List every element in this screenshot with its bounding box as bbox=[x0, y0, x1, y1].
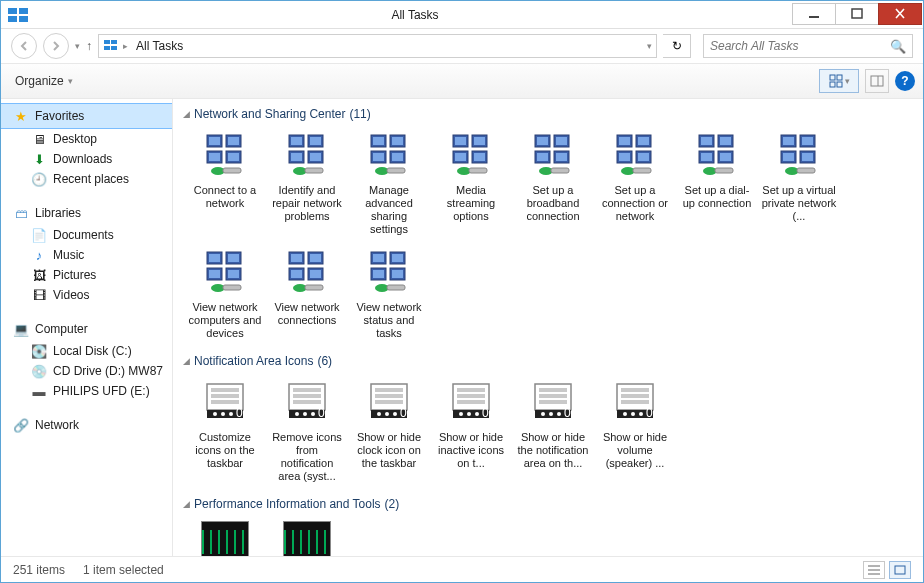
task-item[interactable]: 0:00Show or hide inactive icons on t... bbox=[431, 374, 511, 487]
svg-rect-61 bbox=[537, 153, 548, 161]
sidebar-item-music[interactable]: ♪Music bbox=[1, 245, 172, 265]
svg-rect-83 bbox=[720, 153, 731, 161]
task-label: Remove icons from notification area (sys… bbox=[269, 431, 345, 483]
sidebar-item-documents[interactable]: 📄Documents bbox=[1, 225, 172, 245]
items-view[interactable]: ◢Network and Sharing Center (11)Connect … bbox=[173, 99, 923, 556]
svg-rect-9 bbox=[111, 46, 117, 50]
task-item[interactable]: View network computers and devices bbox=[185, 244, 265, 344]
preview-pane-button[interactable] bbox=[865, 69, 889, 93]
forward-button[interactable] bbox=[43, 33, 69, 59]
task-label: View network connections bbox=[269, 301, 345, 327]
svg-rect-13 bbox=[837, 82, 842, 87]
svg-rect-109 bbox=[310, 254, 321, 262]
task-item[interactable]: Set up a dial-up connection bbox=[677, 127, 757, 240]
group: ◢Performance Information and Tools (2) bbox=[177, 497, 915, 556]
task-item[interactable] bbox=[267, 517, 347, 556]
computer-icon: 💻 bbox=[13, 321, 29, 337]
icons-view-button[interactable] bbox=[889, 561, 911, 579]
details-view-button[interactable] bbox=[863, 561, 885, 579]
refresh-button[interactable]: ↻ bbox=[663, 34, 691, 58]
downloads-icon: ⬇ bbox=[31, 151, 47, 167]
sidebar-item-recent[interactable]: 🕘Recent places bbox=[1, 169, 172, 189]
organize-button[interactable]: Organize ▾ bbox=[9, 71, 79, 91]
group-header[interactable]: ◢Network and Sharing Center (11) bbox=[183, 107, 915, 121]
task-item[interactable]: Connect to a network bbox=[185, 127, 265, 240]
sidebar-computer-header[interactable]: 💻Computer bbox=[1, 317, 172, 341]
task-label: Media streaming options bbox=[433, 184, 509, 223]
task-item[interactable]: 0:00Customize icons on the taskbar bbox=[185, 374, 265, 487]
svg-rect-51 bbox=[455, 153, 466, 161]
sidebar-item-videos[interactable]: 🎞Videos bbox=[1, 285, 172, 305]
breadcrumb[interactable]: ▸ All Tasks ▾ bbox=[98, 34, 657, 58]
minimize-button[interactable] bbox=[792, 3, 836, 25]
task-label: Show or hide clock icon on the taskbar bbox=[351, 431, 427, 470]
svg-rect-25 bbox=[223, 168, 241, 173]
help-button[interactable]: ? bbox=[895, 71, 915, 91]
group-header[interactable]: ◢Performance Information and Tools (2) bbox=[183, 497, 915, 511]
svg-point-176 bbox=[623, 412, 627, 416]
svg-rect-111 bbox=[291, 270, 302, 278]
sidebar-item-pictures[interactable]: 🖼Pictures bbox=[1, 265, 172, 285]
task-item[interactable]: Manage advanced sharing settings bbox=[349, 127, 429, 240]
svg-point-160 bbox=[475, 412, 479, 416]
task-item[interactable]: View network status and tasks bbox=[349, 244, 429, 344]
breadcrumb-drop[interactable]: ▾ bbox=[647, 41, 652, 51]
task-item[interactable]: Set up a virtual private network (... bbox=[759, 127, 839, 240]
svg-rect-154 bbox=[457, 388, 485, 392]
sidebar-item-cd-drive[interactable]: 💿CD Drive (D:) MW87 bbox=[1, 361, 172, 381]
task-item[interactable]: Media streaming options bbox=[431, 127, 511, 240]
svg-rect-59 bbox=[556, 137, 567, 145]
group-count: (6) bbox=[317, 354, 332, 368]
task-item[interactable]: 0:00Remove icons from notification area … bbox=[267, 374, 347, 487]
search-box[interactable]: 🔍 bbox=[703, 34, 913, 58]
task-label: Customize icons on the taskbar bbox=[187, 431, 263, 470]
sidebar-item-usb-drive[interactable]: ▬PHILIPS UFD (E:) bbox=[1, 381, 172, 401]
svg-text:0:00: 0:00 bbox=[646, 406, 659, 420]
task-item[interactable]: Set up a broadband connection bbox=[513, 127, 593, 240]
task-label: Connect to a network bbox=[187, 184, 263, 210]
sidebar-item-desktop[interactable]: 🖥Desktop bbox=[1, 129, 172, 149]
task-item[interactable]: Identify and repair network problems bbox=[267, 127, 347, 240]
svg-rect-65 bbox=[551, 168, 569, 173]
svg-rect-2 bbox=[8, 16, 17, 22]
back-button[interactable] bbox=[11, 33, 37, 59]
sidebar-libraries-header[interactable]: 🗃Libraries bbox=[1, 201, 172, 225]
breadcrumb-item[interactable]: All Tasks bbox=[132, 37, 187, 55]
svg-rect-146 bbox=[375, 394, 403, 398]
task-item[interactable]: 0:00Show or hide clock icon on the taskb… bbox=[349, 374, 429, 487]
task-item[interactable]: Set up a connection or network bbox=[595, 127, 675, 240]
view-options-button[interactable]: ▾ bbox=[819, 69, 859, 93]
task-item[interactable]: View network connections bbox=[267, 244, 347, 344]
app-icon bbox=[7, 6, 31, 24]
svg-rect-1 bbox=[19, 8, 28, 14]
svg-rect-41 bbox=[373, 153, 384, 161]
network-task-icon bbox=[283, 131, 331, 182]
maximize-button[interactable] bbox=[835, 3, 879, 25]
svg-rect-29 bbox=[310, 137, 321, 145]
sidebar-network-header[interactable]: 🔗Network bbox=[1, 413, 172, 437]
svg-rect-163 bbox=[539, 388, 567, 392]
sidebar-item-downloads[interactable]: ⬇Downloads bbox=[1, 149, 172, 169]
group-header[interactable]: ◢Notification Area Icons (6) bbox=[183, 354, 915, 368]
sidebar-favorites-header[interactable]: ★ Favorites bbox=[1, 103, 172, 129]
svg-rect-156 bbox=[457, 400, 485, 404]
group-title: Network and Sharing Center bbox=[194, 107, 345, 121]
task-item[interactable]: 0:00Show or hide the notification area o… bbox=[513, 374, 593, 487]
task-item[interactable] bbox=[185, 517, 265, 556]
history-dropdown[interactable]: ▾ bbox=[75, 41, 80, 51]
network-task-icon bbox=[201, 248, 249, 299]
status-bar: 251 items 1 item selected bbox=[1, 556, 923, 582]
svg-rect-107 bbox=[291, 254, 302, 262]
chevron-down-icon: ▾ bbox=[68, 76, 73, 86]
up-button[interactable]: ↑ bbox=[86, 39, 92, 53]
network-icon: 🔗 bbox=[13, 417, 29, 433]
svg-rect-89 bbox=[802, 137, 813, 145]
close-button[interactable] bbox=[878, 3, 922, 25]
search-input[interactable] bbox=[710, 39, 890, 53]
sidebar-item-local-disk[interactable]: 💽Local Disk (C:) bbox=[1, 341, 172, 361]
svg-rect-43 bbox=[392, 153, 403, 161]
videos-icon: 🎞 bbox=[31, 287, 47, 303]
status-item-count: 251 items bbox=[13, 563, 65, 577]
svg-rect-11 bbox=[837, 75, 842, 80]
task-item[interactable]: 0:00Show or hide volume (speaker) ... bbox=[595, 374, 675, 487]
